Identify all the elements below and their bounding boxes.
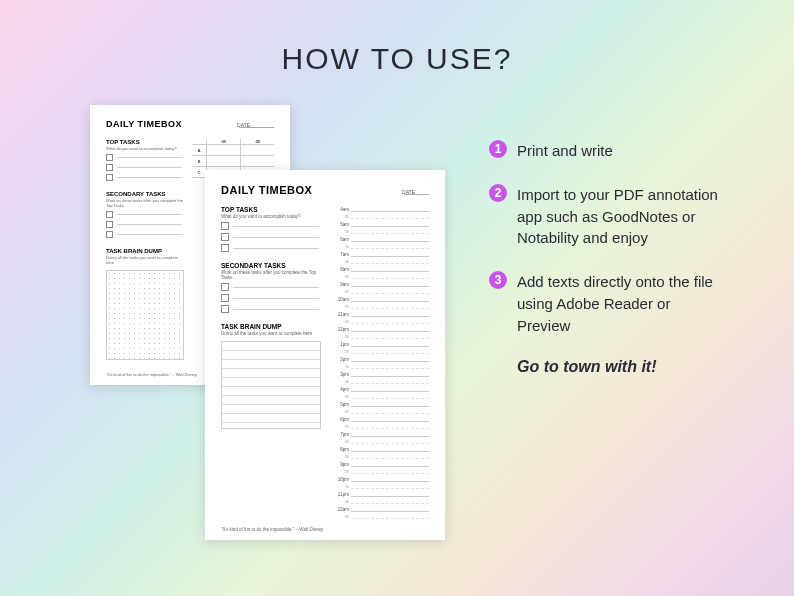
step-text: Print and write <box>517 140 613 162</box>
brain-dump-lines <box>221 341 321 429</box>
task-row <box>221 294 321 302</box>
instruction-item: 1 Print and write <box>489 140 719 162</box>
task-row <box>221 305 321 313</box>
secondary-tasks-title: SECONDARY TASKS <box>106 191 184 197</box>
page-heading: HOW TO USE? <box>0 0 794 76</box>
planner-quote: "It's kind of fun to do the impossible."… <box>221 527 323 532</box>
planner-quote: "It's kind of fun to do the impossible."… <box>106 372 197 377</box>
task-row <box>106 154 184 161</box>
task-row <box>106 211 184 218</box>
top-tasks-sub: What do you want to accomplish today? <box>221 214 321 219</box>
date-line <box>239 127 274 128</box>
top-tasks-title: TOP TASKS <box>221 206 321 213</box>
instruction-item: 2 Import to your PDF annotation app such… <box>489 184 719 249</box>
planner-title: DAILY TIMEBOX <box>221 184 429 196</box>
brain-dump-grid <box>106 270 184 360</box>
task-row <box>106 221 184 228</box>
top-tasks-sub: What do you want to accomplish today? <box>106 146 184 151</box>
step-badge: 2 <box>489 184 507 202</box>
planner-page-front: DAILY TIMEBOX DATE TOP TASKS What do you… <box>205 170 445 540</box>
task-row <box>106 231 184 238</box>
brain-dump-title: TASK BRAIN DUMP <box>221 323 321 330</box>
brain-dump-title: TASK BRAIN DUMP <box>106 248 184 254</box>
task-row <box>221 244 321 252</box>
step-text: Add texts directly onto the file using A… <box>517 271 719 336</box>
instructions-list: 1 Print and write 2 Import to your PDF a… <box>489 140 719 376</box>
instruction-item: 3 Add texts directly onto the file using… <box>489 271 719 336</box>
step-badge: 3 <box>489 271 507 289</box>
secondary-tasks-sub: Work on these tasks after you complete t… <box>221 270 321 280</box>
task-row <box>106 164 184 171</box>
step-badge: 1 <box>489 140 507 158</box>
secondary-tasks-sub: Work on these tasks after you complete t… <box>106 198 184 208</box>
task-row <box>221 222 321 230</box>
hourly-schedule: 4am:305am:306am:307am:308am:309am:3010am… <box>333 204 429 519</box>
top-tasks-title: TOP TASKS <box>106 139 184 145</box>
cta-text: Go to town with it! <box>517 358 719 376</box>
brain-dump-sub: Dump all the tasks you want to complete … <box>106 255 184 265</box>
task-row <box>221 283 321 291</box>
secondary-tasks-title: SECONDARY TASKS <box>221 262 321 269</box>
date-line <box>404 194 429 195</box>
task-row <box>221 233 321 241</box>
brain-dump-sub: Dump all the tasks you want to complete … <box>221 331 321 336</box>
step-text: Import to your PDF annotation app such a… <box>517 184 719 249</box>
task-row <box>106 174 184 181</box>
